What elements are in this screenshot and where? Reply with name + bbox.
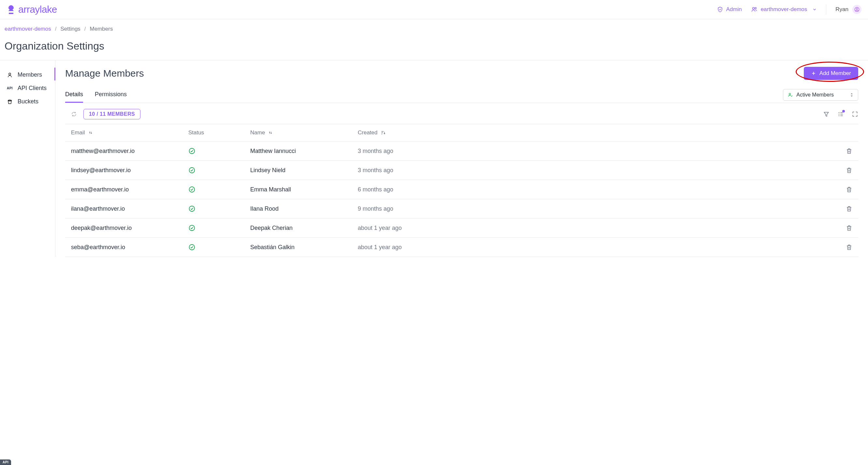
cell-status xyxy=(188,186,250,193)
delete-member-button[interactable] xyxy=(833,225,852,231)
breadcrumb-separator: / xyxy=(84,26,86,32)
check-circle-icon xyxy=(188,167,250,174)
admin-label: Admin xyxy=(726,6,742,13)
th-label: Name xyxy=(250,129,265,136)
svg-point-12 xyxy=(189,225,195,231)
cell-name: Matthew Iannucci xyxy=(250,148,358,154)
trash-icon xyxy=(846,167,852,173)
th-label: Created xyxy=(358,129,377,136)
svg-point-2 xyxy=(755,7,756,9)
logo-text: arraylake xyxy=(18,4,57,15)
table-row: emma@earthmover.ioEmma Marshall6 months … xyxy=(65,180,858,199)
trash-icon xyxy=(846,205,852,212)
trash-icon xyxy=(846,186,852,193)
fullscreen-button[interactable] xyxy=(852,111,858,117)
breadcrumb-members: Members xyxy=(90,26,113,32)
cell-name: Deepak Cherian xyxy=(250,225,358,232)
svg-point-7 xyxy=(789,93,791,95)
refresh-button[interactable] xyxy=(71,111,77,117)
sidebar: Members API API Clients Buckets xyxy=(0,60,55,257)
cell-created: 3 months ago xyxy=(358,148,446,154)
delete-member-button[interactable] xyxy=(833,167,852,173)
sort-icon xyxy=(268,130,273,135)
sort-icon xyxy=(88,130,93,135)
users-icon xyxy=(751,6,757,13)
svg-point-4 xyxy=(856,8,858,9)
delete-member-button[interactable] xyxy=(833,186,852,193)
table-row: lindsey@earthmover.ioLindsey Nield3 mont… xyxy=(65,161,858,180)
sidebar-item-members[interactable]: Members xyxy=(6,68,55,82)
member-filter-select[interactable]: Active Members xyxy=(783,89,858,101)
person-icon xyxy=(6,72,13,78)
logo-link[interactable]: arraylake xyxy=(6,4,57,15)
add-member-button[interactable]: Add Member xyxy=(804,67,858,80)
bucket-icon xyxy=(6,99,13,105)
cell-status xyxy=(188,243,250,251)
section-title: Manage Members xyxy=(65,68,144,79)
th-label: Email xyxy=(71,129,85,136)
org-switcher[interactable]: earthmover-demos xyxy=(751,6,817,13)
col-status[interactable]: Status xyxy=(188,129,250,136)
cell-name: Lindsey Nield xyxy=(250,167,358,174)
admin-link[interactable]: Admin xyxy=(717,6,742,13)
breadcrumb: earthmover-demos / Settings / Members xyxy=(5,26,863,32)
col-email[interactable]: Email xyxy=(71,129,188,136)
svg-point-8 xyxy=(189,148,195,154)
svg-point-10 xyxy=(189,187,195,193)
cell-email: deepak@earthmover.io xyxy=(71,225,188,232)
tab-permissions[interactable]: Permissions xyxy=(95,89,127,103)
cell-email: seba@earthmover.io xyxy=(71,244,188,251)
breadcrumb-settings[interactable]: Settings xyxy=(60,26,80,32)
app-header: arraylake Admin earthmover-demos xyxy=(0,0,868,19)
page-title: Organization Settings xyxy=(5,40,863,52)
table-row: ilana@earthmover.ioIlana Rood9 months ag… xyxy=(65,199,858,219)
filter-selected-label: Active Members xyxy=(796,92,834,98)
cell-created: about 1 year ago xyxy=(358,244,446,251)
sidebar-item-buckets[interactable]: Buckets xyxy=(6,95,55,108)
tab-details[interactable]: Details xyxy=(65,89,83,103)
cell-created: 3 months ago xyxy=(358,167,446,174)
table-row: matthew@earthmover.ioMatthew Iannucci3 m… xyxy=(65,142,858,161)
person-check-icon xyxy=(788,92,793,97)
api-icon: API xyxy=(6,86,13,90)
logo-icon xyxy=(6,5,16,14)
trash-icon xyxy=(846,244,852,251)
sidebar-item-label: Members xyxy=(18,71,42,78)
cell-status xyxy=(188,167,250,174)
user-menu[interactable]: Ryan xyxy=(835,5,862,14)
cell-name: Sebastián Galkin xyxy=(250,244,358,251)
svg-point-9 xyxy=(189,168,195,173)
cell-email: ilana@earthmover.io xyxy=(71,205,188,212)
cell-name: Emma Marshall xyxy=(250,186,358,193)
filter-icon[interactable] xyxy=(823,111,830,117)
sort-desc-icon xyxy=(380,130,386,135)
chevron-down-icon xyxy=(812,7,817,12)
density-button[interactable] xyxy=(837,111,844,117)
delete-member-button[interactable] xyxy=(833,244,852,251)
breadcrumb-separator: / xyxy=(55,26,57,32)
main-panel: Manage Members Add Member Details Permis… xyxy=(55,60,868,257)
svg-point-5 xyxy=(9,73,11,75)
delete-member-button[interactable] xyxy=(833,148,852,154)
delete-member-button[interactable] xyxy=(833,205,852,212)
col-created[interactable]: Created xyxy=(358,129,446,136)
org-name: earthmover-demos xyxy=(761,6,807,13)
col-name[interactable]: Name xyxy=(250,129,358,136)
check-circle-icon xyxy=(188,243,250,251)
select-caret-icon xyxy=(850,93,853,97)
cell-status xyxy=(188,224,250,232)
svg-point-11 xyxy=(189,206,195,212)
avatar xyxy=(852,5,862,14)
plus-icon xyxy=(811,71,816,76)
cell-email: matthew@earthmover.io xyxy=(71,148,188,154)
cell-email: emma@earthmover.io xyxy=(71,186,188,193)
breadcrumb-org[interactable]: earthmover-demos xyxy=(5,26,51,32)
sidebar-item-label: Buckets xyxy=(18,98,38,105)
trash-icon xyxy=(846,148,852,154)
sidebar-item-api-clients[interactable]: API API Clients xyxy=(6,82,55,95)
cell-status xyxy=(188,147,250,154)
th-label: Status xyxy=(188,129,204,136)
member-count-pill[interactable]: 10 / 11 MEMBERS xyxy=(84,109,141,119)
cell-created: 6 months ago xyxy=(358,186,446,193)
trash-icon xyxy=(846,225,852,231)
